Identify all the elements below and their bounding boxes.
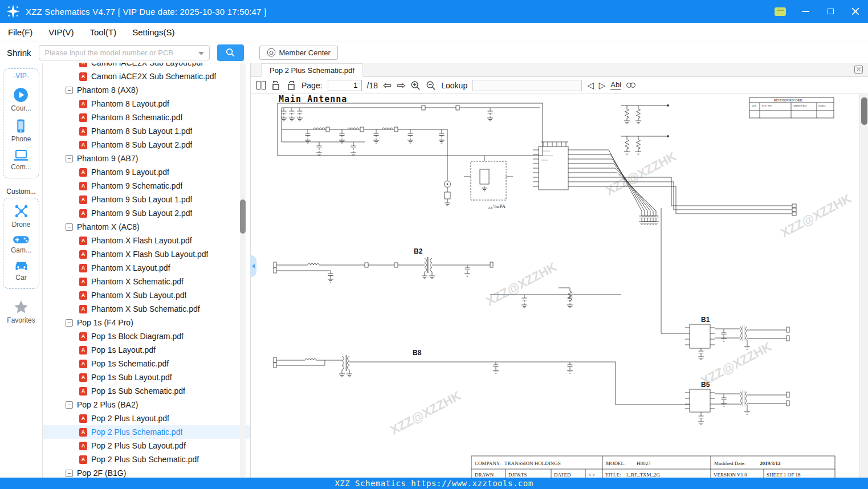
pdf-file-icon: A [79,278,87,286]
watermark-text: XZZ@XZZHK [484,259,559,308]
panel-collapse-handle[interactable] [250,255,256,277]
tree-file-row[interactable]: APhantom X Schematic.pdf [43,275,250,288]
tree-item-label: Phantom 8 Sub Layout 2.pdf [91,140,192,149]
pdf-scrollbar[interactable] [859,94,868,478]
sidebar-item-car[interactable]: Car [14,260,29,282]
zoom-in-icon[interactable] [410,80,421,91]
tree-file-row[interactable]: APhantom 9 Sub Layout 1.pdf [43,193,250,206]
sidebar-item-game[interactable]: Gam... [11,235,31,254]
tree-file-row[interactable]: APop 1s Sub Schematic.pdf [43,384,250,398]
schematic-title: Main Antenna [279,94,347,104]
search-button[interactable] [217,44,244,61]
tree-group-row[interactable]: −Pop 2F (B1G) [43,466,250,478]
tree-file-row[interactable]: APop 2 Plus Schematic.pdf [43,425,250,439]
vip-card-button[interactable] [768,0,793,23]
close-icon [851,7,859,15]
pdf-file-icon: A [79,332,87,341]
tree-file-row[interactable]: APop 1s Sub Layout.pdf [43,370,250,384]
pdf-file-icon: A [79,373,87,382]
app-window: XZZ Schematics V4.77 [ VIP Due date: 202… [0,0,868,489]
tree-file-row[interactable]: APhantom 8 Layout.pdf [43,97,250,111]
collapse-minus-icon[interactable]: − [66,319,73,327]
collapse-minus-icon[interactable]: − [66,87,73,94]
close-tab-icon[interactable] [854,66,863,74]
match-case-icon[interactable]: Abi [610,81,621,89]
lookup-input[interactable] [472,80,582,91]
tree-file-row[interactable]: APhantom X Flash Sub Layout.pdf [43,247,250,261]
sidebar-item-favorites[interactable]: Favorites [0,299,42,324]
collapse-minus-icon[interactable]: − [66,155,73,162]
tree-file-row[interactable]: APhantom 9 Sub Layout 2.pdf [43,206,250,220]
rotate-left-icon[interactable] [271,80,281,91]
shrink-button[interactable]: Shrink [3,46,35,59]
next-page-icon[interactable]: ⇨ [397,80,405,91]
pdf-file-icon: A [79,195,87,204]
tree-file-row[interactable]: APhantom 9 Layout.pdf [43,165,250,179]
find-next-icon[interactable]: ▷ [599,80,606,91]
block-label-b5: B5 [701,381,710,389]
tree-file-row[interactable]: APhantom 8 Sub Layout 1.pdf [43,124,250,138]
tree-scrollbar[interactable] [240,63,246,478]
binoculars-search-icon[interactable] [626,83,635,88]
tree-file-row[interactable]: APhantom X Sub Schematic.pdf [43,302,250,316]
tree-item-label: Phantom 8 Schematic.pdf [91,113,182,122]
tree-group-row[interactable]: −Phantom 8 (AX8) [43,83,250,97]
tree-file-row[interactable]: APhantom X Sub Layout.pdf [43,288,250,302]
tree-file-row[interactable]: APhantom X Flash Layout.pdf [43,234,250,247]
document-tab[interactable]: Pop 2 Plus Schematic.pdf [261,63,363,77]
computer-icon [13,149,29,161]
minimize-button[interactable] [793,0,818,23]
sidebar-item-label: Car [15,274,26,282]
lookup-label: Lookup [441,81,467,90]
tree-file-row[interactable]: ACamon iACE2X Sub Layout.pdf [43,63,250,70]
page-number-input[interactable] [328,80,362,91]
prev-page-icon[interactable]: ⇦ [383,80,392,91]
menu-vip[interactable]: VIP(V) [48,27,74,37]
tree-file-row[interactable]: APhantom 8 Schematic.pdf [43,111,250,124]
model-search-input[interactable] [45,48,195,57]
zoom-out-icon[interactable] [426,80,436,91]
collapse-minus-icon[interactable]: − [66,470,73,477]
tree-group-row[interactable]: −Pop 1s (F4 Pro) [43,316,250,329]
tree-item-label: Pop 2 Plus Layout.pdf [91,414,169,423]
tree-group-row[interactable]: −Phantom 9 (AB7) [43,152,250,165]
course-play-icon [13,87,28,103]
sidebar-item-phone[interactable]: Phone [11,119,31,143]
tree-file-row[interactable]: APop 1s Layout.pdf [43,343,250,357]
tree-file-row[interactable]: APhantom 8 Sub Layout 2.pdf [43,138,250,152]
chevron-down-icon[interactable] [198,52,204,55]
sidebar-item-computer[interactable]: Com... [11,149,31,171]
tree-scrollbar-thumb[interactable] [240,199,246,234]
close-button[interactable] [843,0,868,23]
rotate-right-icon[interactable] [286,80,296,91]
tree-item-label: Phantom X Sub Schematic.pdf [91,304,200,313]
pdf-page-canvas: XZZ@XZZHK XZZ@XZZHK XZZ@XZZHK XZZ@XZZHK … [251,94,868,478]
tree-file-row[interactable]: APop 2 Plus Layout.pdf [43,411,250,425]
tree-file-row[interactable]: APhantom X Layout.pdf [43,261,250,275]
menu-tool[interactable]: Tool(T) [90,27,117,37]
menu-file[interactable]: File(F) [8,27,32,37]
menu-settings[interactable]: Settings(S) [132,27,174,37]
tree-file-row[interactable]: ACamon iACE2X Sub Schematic.pdf [43,70,250,83]
tree-file-row[interactable]: APop 2 Plus Sub Schematic.pdf [43,453,250,466]
member-center-button[interactable]: Member Center [259,46,338,60]
pdf-file-icon: A [79,113,87,122]
find-previous-icon[interactable]: ◁ [587,80,594,91]
tree-item-label: Phantom 9 Layout.pdf [91,168,169,177]
tree-file-row[interactable]: APop 2 Plus Sub Layout.pdf [43,439,250,453]
maximize-button[interactable] [818,0,843,23]
tree-group-row[interactable]: −Pop 2 Plus (BA2) [43,398,250,411]
maximize-icon [828,9,834,14]
titleblock-modified: 2019/3/12 [760,461,781,466]
two-page-view-icon[interactable] [256,81,266,89]
tree-file-row[interactable]: APop 1s Schematic.pdf [43,357,250,370]
pdf-scrollbar-thumb[interactable] [861,97,867,125]
sidebar-item-drone[interactable]: Drone [12,203,31,229]
sidebar-item-course[interactable]: Cour... [11,87,31,112]
tree-group-row[interactable]: −Phantom X (AC8) [43,220,250,234]
tree-file-row[interactable]: APop 1s Block Diagram.pdf [43,329,250,343]
collapse-minus-icon[interactable]: − [66,401,73,409]
tree-file-row[interactable]: APhantom 9 Schematic.pdf [43,179,250,193]
tree-item-label: Phantom 8 Sub Layout 1.pdf [91,127,192,136]
collapse-minus-icon[interactable]: − [66,223,73,231]
